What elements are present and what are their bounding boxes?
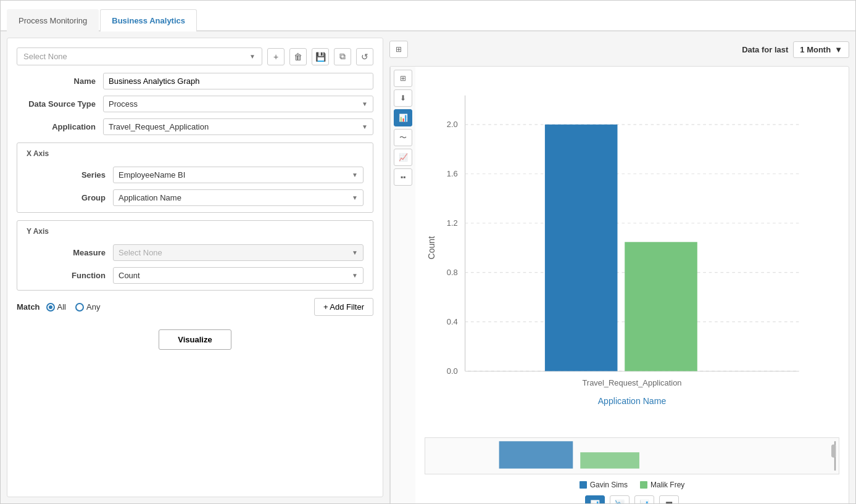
data-for-last: Data for last 1 Month ▼: [742, 41, 849, 58]
radio-any-circle: [75, 303, 84, 312]
application-label: Application: [17, 122, 103, 131]
radio-any[interactable]: Any: [75, 302, 100, 312]
svg-text:0.0: 0.0: [447, 366, 458, 376]
side-bar-chart-icon[interactable]: 📊: [394, 109, 412, 126]
group-row: Group Application Name ▼: [27, 189, 364, 206]
side-download-icon[interactable]: ⬇: [394, 89, 412, 107]
application-arrow: ▼: [362, 123, 368, 130]
save-button[interactable]: 💾: [312, 48, 329, 65]
left-panel: Select None ▼ + 🗑 💾 ⧉ ↺ Name Data Source…: [7, 38, 383, 497]
x-axis-section: X Axis Series EmployeeName BI ▼ Group Ap…: [17, 143, 373, 213]
bar-gavin-sims[interactable]: [545, 125, 618, 371]
config-select-dropdown[interactable]: Select None ▼: [17, 48, 262, 65]
svg-rect-18: [580, 452, 639, 468]
measure-select[interactable]: Select None ▼: [113, 244, 364, 261]
data-source-select[interactable]: Process ▼: [103, 96, 373, 112]
data-source-row: Data Source Type Process ▼: [17, 96, 373, 112]
group-arrow: ▼: [352, 194, 358, 201]
function-row: Function Count ▼: [27, 267, 364, 284]
function-label: Function: [27, 271, 113, 280]
side-area-chart-icon[interactable]: 📈: [394, 149, 412, 166]
config-select-arrow: ▼: [249, 53, 256, 60]
svg-text:1.6: 1.6: [447, 169, 458, 178]
minimap-svg: [425, 438, 839, 474]
bar-malik-frey[interactable]: [625, 242, 697, 371]
name-row: Name: [17, 73, 373, 89]
reset-button[interactable]: ↺: [356, 48, 373, 65]
match-label: Match: [17, 302, 40, 312]
tab-bar: Process Monitoring Business Analytics: [1, 1, 855, 31]
data-source-arrow: ▼: [362, 101, 368, 107]
tab-process-monitoring[interactable]: Process Monitoring: [7, 9, 99, 31]
legend-item-gavin: Gavin Sims: [580, 481, 628, 489]
visualize-row: Visualize: [17, 329, 373, 350]
minimap[interactable]: [425, 437, 839, 474]
application-select[interactable]: Travel_Request_Application ▼: [103, 118, 373, 135]
svg-text:Application Name: Application Name: [598, 396, 667, 406]
bottom-grouped-bar-btn[interactable]: ▦: [659, 495, 679, 503]
radio-all-circle: [46, 303, 55, 312]
tab-business-analytics[interactable]: Business Analytics: [100, 9, 197, 31]
side-grouped-bar-icon[interactable]: ▪▪: [394, 168, 412, 186]
legend-dot-gavin: [580, 481, 587, 489]
measure-row: Measure Select None ▼: [27, 244, 364, 261]
match-row: Match All Any + Add Filter: [17, 298, 373, 316]
right-panel: ⊞ Data for last 1 Month ▼ ⊞ ⬇ 📊 〜: [389, 38, 849, 497]
chart-svg-area: 0.0 0.4 0.8 1.2 1.6 2.0: [422, 73, 842, 437]
svg-text:0.8: 0.8: [447, 268, 458, 277]
side-line-chart-icon[interactable]: 〜: [394, 129, 412, 146]
side-table-icon[interactable]: ⊞: [394, 70, 412, 87]
form-section: Name Data Source Type Process ▼ Applicat…: [17, 73, 373, 135]
data-source-label: Data Source Type: [17, 99, 103, 109]
group-label: Group: [27, 193, 113, 202]
month-select[interactable]: 1 Month ▼: [793, 41, 849, 58]
month-select-arrow: ▼: [834, 45, 842, 54]
group-select[interactable]: Application Name ▼: [113, 189, 364, 206]
copy-button[interactable]: ⧉: [334, 48, 351, 65]
side-icons: ⊞ ⬇ 📊 〜 📈 ▪▪: [390, 67, 415, 503]
svg-text:Count: Count: [426, 236, 436, 260]
add-filter-button[interactable]: + Add Filter: [314, 298, 373, 316]
bottom-line-chart-btn[interactable]: 📉: [610, 495, 630, 503]
visualize-button[interactable]: Visualize: [159, 329, 231, 350]
svg-rect-20: [831, 444, 836, 457]
chart-area: ⊞ ⬇ 📊 〜 📈 ▪▪: [389, 66, 849, 503]
chart-content: 0.0 0.4 0.8 1.2 1.6 2.0: [415, 67, 849, 503]
svg-rect-17: [499, 441, 573, 468]
svg-text:Travel_Request_Application: Travel_Request_Application: [582, 378, 681, 387]
bottom-icons: 📊 📉 📊 ▦: [422, 492, 842, 503]
series-select[interactable]: EmployeeName BI ▼: [113, 167, 364, 183]
series-arrow: ▼: [352, 171, 358, 178]
legend-item-malik: Malik Frey: [640, 481, 684, 489]
bar-chart-svg: 0.0 0.4 0.8 1.2 1.6 2.0: [422, 73, 842, 437]
svg-text:2.0: 2.0: [447, 120, 458, 130]
name-label: Name: [17, 76, 103, 86]
measure-label: Measure: [27, 248, 113, 257]
application-row: Application Travel_Request_Application ▼: [17, 118, 373, 135]
radio-all[interactable]: All: [46, 302, 66, 312]
toolbar: Select None ▼ + 🗑 💾 ⧉ ↺: [17, 48, 373, 65]
legend: Gavin Sims Malik Frey: [422, 477, 842, 492]
measure-arrow: ▼: [352, 249, 358, 256]
function-select[interactable]: Count ▼: [113, 267, 364, 284]
main-content: Select None ▼ + 🗑 💾 ⧉ ↺ Name Data Source…: [1, 31, 855, 503]
chart-toggle-button[interactable]: ⊞: [389, 41, 408, 58]
add-button[interactable]: +: [267, 48, 285, 65]
chart-toolbar-left: ⊞: [389, 41, 408, 58]
series-label: Series: [27, 170, 113, 180]
bottom-bar-chart-btn[interactable]: 📊: [585, 495, 605, 503]
function-arrow: ▼: [352, 272, 358, 279]
series-row: Series EmployeeName BI ▼: [27, 167, 364, 183]
y-axis-title: Y Axis: [27, 227, 364, 236]
chart-toolbar: ⊞ Data for last 1 Month ▼: [389, 38, 849, 61]
y-axis-section: Y Axis Measure Select None ▼ Function Co…: [17, 220, 373, 291]
svg-text:0.4: 0.4: [447, 317, 458, 326]
radio-group: All Any: [46, 302, 101, 312]
legend-dot-malik: [640, 481, 647, 489]
svg-text:1.2: 1.2: [447, 218, 458, 228]
name-input[interactable]: [103, 73, 373, 89]
bottom-stacked-bar-btn[interactable]: 📊: [634, 495, 654, 503]
delete-button[interactable]: 🗑: [289, 48, 307, 65]
x-axis-title: X Axis: [27, 149, 364, 158]
app-container: Process Monitoring Business Analytics Se…: [0, 0, 856, 504]
